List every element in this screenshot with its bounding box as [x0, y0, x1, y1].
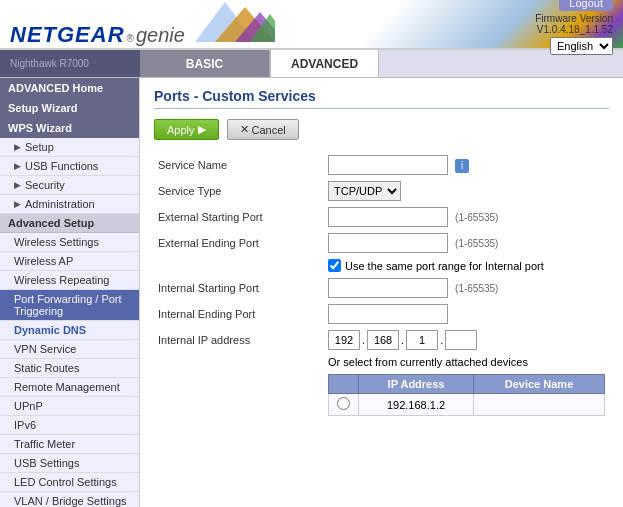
col-select-header: [329, 375, 359, 394]
ext-ending-port-hint: (1-65535): [455, 238, 498, 249]
netgear-logo: NETGEAR: [10, 22, 125, 48]
ip-octet2-input[interactable]: [367, 330, 399, 350]
service-type-select[interactable]: TCP/UDP TCP UDP: [328, 181, 401, 201]
form-table: Service Name i Service Type TCP/UDP TCP …: [154, 152, 609, 419]
same-port-row: Use the same port range for Internal por…: [154, 256, 609, 275]
sidebar-item-static-routes[interactable]: Static Routes: [0, 359, 139, 378]
internal-ip-cell: . . .: [324, 327, 609, 353]
device-table: IP Address Device Name 192.168.1.2: [328, 374, 605, 416]
sidebar-item-security[interactable]: ▶ Security: [0, 176, 139, 195]
sidebar-item-wps-wizard[interactable]: WPS Wizard: [0, 118, 139, 138]
or-select-row: Or select from currently attached device…: [154, 353, 609, 419]
sidebar-item-security-label: Security: [25, 179, 65, 191]
apply-icon: ▶: [198, 123, 206, 136]
ip-dot3: .: [440, 334, 443, 346]
info-icon[interactable]: i: [455, 159, 469, 173]
int-ending-port-cell: [324, 301, 609, 327]
device-radio[interactable]: [337, 397, 350, 410]
tab-basic[interactable]: BAsIc: [140, 50, 270, 77]
table-row: 192.168.1.2: [329, 394, 605, 416]
sidebar-item-vlan-bridge[interactable]: VLAN / Bridge Settings: [0, 492, 139, 507]
service-type-cell: TCP/UDP TCP UDP: [324, 178, 609, 204]
ip-dot2: .: [401, 334, 404, 346]
sidebar-item-remote-management[interactable]: Remote Management: [0, 378, 139, 397]
header: NETGEAR® genie Logout Firmware Version V…: [0, 0, 623, 50]
main-layout: ADVANCED Home Setup Wizard WPS Wizard ▶ …: [0, 78, 623, 507]
genie-logo: genie: [136, 24, 185, 47]
tab-advanced[interactable]: ADVANCED: [270, 50, 379, 77]
int-ending-port-input[interactable]: [328, 304, 448, 324]
arrow-icon: ▶: [14, 142, 21, 152]
sidebar-item-usb-label: USB Functions: [25, 160, 98, 172]
int-starting-port-input[interactable]: [328, 278, 448, 298]
ip-octet3-input[interactable]: [406, 330, 438, 350]
logo-reg: ®: [127, 33, 134, 44]
action-bar: Apply ▶ ✕ Cancel: [154, 119, 609, 140]
sidebar-item-advanced-home[interactable]: ADVANCED Home: [0, 78, 139, 98]
service-name-row: Service Name i: [154, 152, 609, 178]
sidebar-item-port-forwarding[interactable]: Port Forwarding / Port Triggering: [0, 290, 139, 321]
sidebar-item-upnp[interactable]: UPnP: [0, 397, 139, 416]
col-device-header: Device Name: [474, 375, 605, 394]
arrow-icon: ▶: [14, 199, 21, 209]
ext-starting-port-row: External Starting Port (1-65535): [154, 204, 609, 230]
internal-ip-label: Internal IP address: [154, 327, 324, 353]
logo-area: NETGEAR® genie: [10, 2, 275, 48]
sidebar-item-wireless-repeating[interactable]: Wireless Repeating: [0, 271, 139, 290]
sidebar-item-traffic-meter[interactable]: Traffic Meter: [0, 435, 139, 454]
row-select-cell: [329, 394, 359, 416]
apply-button[interactable]: Apply ▶: [154, 119, 219, 140]
or-select-label: Or select from currently attached device…: [328, 356, 528, 368]
sidebar-item-dynamic-dns[interactable]: Dynamic DNS: [0, 321, 139, 340]
sidebar-item-administration[interactable]: ▶ Administration: [0, 195, 139, 214]
ip-octet4-input[interactable]: [445, 330, 477, 350]
ext-ending-port-label: External Ending Port: [154, 230, 324, 256]
language-select[interactable]: English: [550, 37, 613, 55]
int-ending-port-row: Internal Ending Port: [154, 301, 609, 327]
firmware-version: V1.0.4.18_1.1.52: [537, 24, 613, 35]
same-port-label-cell: [154, 256, 324, 275]
same-port-checkbox[interactable]: [328, 259, 341, 272]
or-select-cell: Or select from currently attached device…: [324, 353, 609, 419]
sidebar-item-usb-functions[interactable]: ▶ USB Functions: [0, 157, 139, 176]
logo-graphic: [195, 2, 275, 42]
internal-ip-row: Internal IP address . . .: [154, 327, 609, 353]
int-ending-port-label: Internal Ending Port: [154, 301, 324, 327]
page-title: Ports - Custom Services: [154, 88, 609, 109]
ext-starting-port-hint: (1-65535): [455, 212, 498, 223]
sidebar-item-ipv6[interactable]: IPv6: [0, 416, 139, 435]
ip-octet1-input[interactable]: [328, 330, 360, 350]
sidebar-item-setup-wizard[interactable]: Setup Wizard: [0, 98, 139, 118]
subheader: Nighthawk R7000 BAsIc ADVANCED: [0, 50, 623, 78]
sidebar-item-usb-settings[interactable]: USB Settings: [0, 454, 139, 473]
arrow-icon: ▶: [14, 161, 21, 171]
service-type-label: Service Type: [154, 178, 324, 204]
same-port-label: Use the same port range for Internal por…: [345, 260, 544, 272]
ext-starting-port-input[interactable]: [328, 207, 448, 227]
sidebar-item-wireless-settings[interactable]: Wireless Settings: [0, 233, 139, 252]
sidebar-item-vpn-service[interactable]: VPN Service: [0, 340, 139, 359]
int-starting-port-label: Internal Starting Port: [154, 275, 324, 301]
row-device-cell: [474, 394, 605, 416]
int-starting-port-row: Internal Starting Port (1-65535): [154, 275, 609, 301]
ext-ending-port-input[interactable]: [328, 233, 448, 253]
ext-ending-port-cell: (1-65535): [324, 230, 609, 256]
arrow-icon: ▶: [14, 180, 21, 190]
sidebar-item-led-control[interactable]: LED Control Settings: [0, 473, 139, 492]
sidebar-item-setup-label: Setup: [25, 141, 54, 153]
service-type-row: Service Type TCP/UDP TCP UDP: [154, 178, 609, 204]
apply-label: Apply: [167, 124, 195, 136]
logout-button[interactable]: Logout: [559, 0, 613, 11]
device-label: Nighthawk R7000: [0, 50, 140, 77]
sidebar-item-wireless-ap[interactable]: Wireless AP: [0, 252, 139, 271]
int-starting-port-cell: (1-65535): [324, 275, 609, 301]
sidebar-item-setup[interactable]: ▶ Setup: [0, 138, 139, 157]
ext-starting-port-label: External Starting Port: [154, 204, 324, 230]
service-name-cell: i: [324, 152, 609, 178]
service-name-input[interactable]: [328, 155, 448, 175]
ext-ending-port-row: External Ending Port (1-65535): [154, 230, 609, 256]
ext-starting-port-cell: (1-65535): [324, 204, 609, 230]
sidebar-item-admin-label: Administration: [25, 198, 95, 210]
cancel-button[interactable]: ✕ Cancel: [227, 119, 299, 140]
same-port-cell: Use the same port range for Internal por…: [324, 256, 609, 275]
